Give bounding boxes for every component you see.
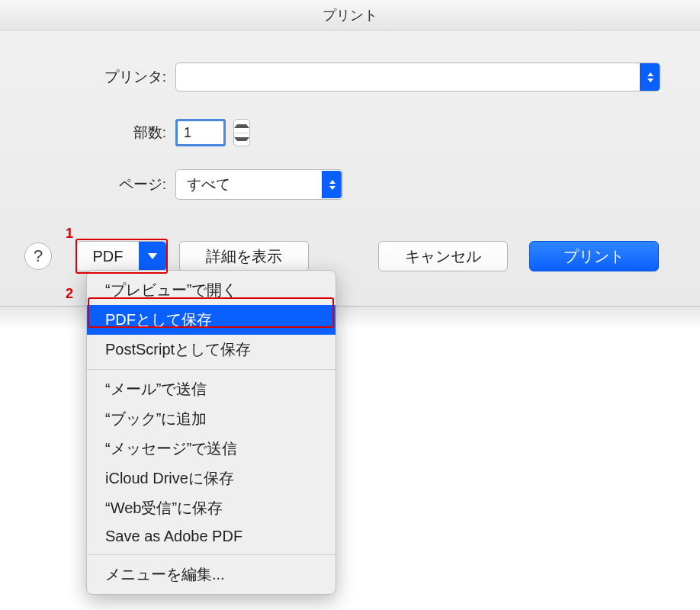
menu-item[interactable]: “メール”で送信: [87, 374, 336, 404]
chevron-up-icon: [234, 124, 249, 128]
pages-value: すべて: [187, 175, 230, 194]
chevron-up-icon: [647, 72, 653, 76]
chevron-down-icon: [647, 79, 653, 82]
cancel-button-label: キャンセル: [405, 246, 481, 267]
menu-separator: [87, 554, 336, 555]
pages-dropdown-arrows[interactable]: [322, 171, 342, 198]
copies-stepper[interactable]: [233, 119, 250, 146]
help-icon: ?: [34, 246, 43, 266]
menu-separator: [87, 369, 336, 370]
menu-item[interactable]: “プレビュー”で開く: [87, 275, 336, 305]
cancel-button[interactable]: キャンセル: [378, 241, 508, 271]
stepper-down[interactable]: [234, 133, 249, 146]
print-dialog: プリント プリンタ: 部数: ページ: すべて ?: [0, 0, 700, 307]
dialog-title: プリント: [323, 6, 377, 24]
pdf-dropdown-menu: “プレビュー”で開くPDFとして保存PostScriptとして保存“メール”で送…: [86, 270, 336, 595]
pages-select[interactable]: すべて: [175, 169, 343, 200]
menu-item[interactable]: “Web受信”に保存: [87, 493, 336, 523]
printer-dropdown-arrows[interactable]: [640, 63, 660, 91]
menu-item[interactable]: メニューを編集...: [87, 560, 336, 589]
printer-select[interactable]: [175, 63, 660, 92]
chevron-down-icon: [329, 186, 336, 190]
help-button[interactable]: ?: [24, 242, 52, 270]
menu-item[interactable]: iCloud Driveに保存: [87, 464, 336, 493]
annotation-2: 2: [66, 286, 73, 302]
menu-item[interactable]: “メッセージ”で送信: [87, 434, 336, 464]
chevron-up-icon: [329, 180, 336, 184]
copies-label: 部数:: [0, 123, 175, 143]
print-button[interactable]: プリント: [529, 241, 659, 271]
details-button[interactable]: 詳細を表示: [179, 241, 309, 271]
menu-item[interactable]: PDFとして保存: [87, 305, 336, 335]
menu-item[interactable]: Save as Adobe PDF: [87, 523, 336, 550]
chevron-down-icon: [234, 137, 249, 141]
stepper-up[interactable]: [234, 120, 249, 133]
pdf-dropdown-arrow-box[interactable]: [139, 242, 166, 271]
copies-input[interactable]: [175, 119, 226, 146]
menu-item[interactable]: PostScriptとして保存: [87, 335, 336, 364]
details-button-label: 詳細を表示: [206, 246, 282, 267]
title-bar: プリント: [0, 0, 700, 30]
printer-label: プリンタ:: [0, 67, 175, 87]
pdf-menu-button[interactable]: PDF: [76, 241, 167, 271]
pages-label: ページ:: [0, 175, 175, 194]
chevron-down-icon: [148, 253, 157, 259]
annotation-1: 1: [66, 226, 73, 242]
print-button-label: プリント: [564, 246, 625, 267]
pdf-button-label: PDF: [77, 248, 139, 265]
menu-item[interactable]: “ブック”に追加: [87, 404, 336, 434]
